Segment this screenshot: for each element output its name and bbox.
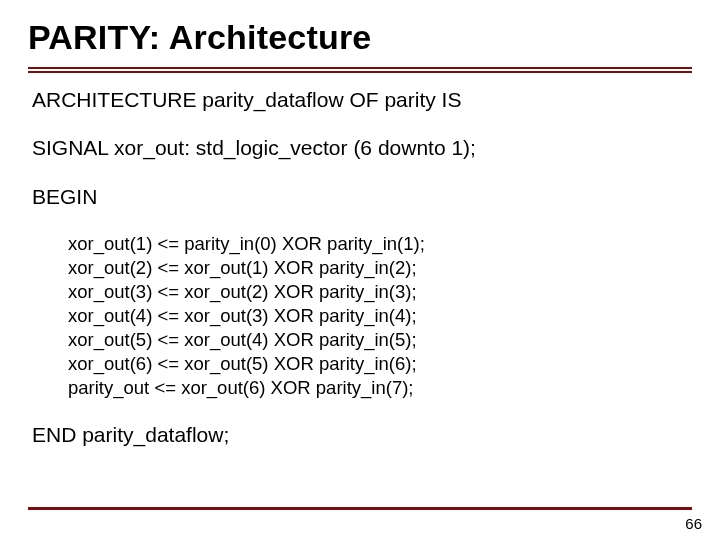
code-stmt: xor_out(4) <= xor_out(3) XOR parity_in(4… [68,304,688,328]
code-arch-decl: ARCHITECTURE parity_dataflow OF parity I… [32,87,688,113]
title-rule [0,67,720,73]
bottom-rule [28,507,692,510]
code-signal-decl: SIGNAL xor_out: std_logic_vector (6 down… [32,135,688,161]
code-stmt: xor_out(3) <= xor_out(2) XOR parity_in(3… [68,280,688,304]
slide-title: PARITY: Architecture [0,0,720,67]
slide: PARITY: Architecture ARCHITECTURE parity… [0,0,720,540]
code-stmt: xor_out(1) <= parity_in(0) XOR parity_in… [68,232,688,256]
code-stmt: xor_out(5) <= xor_out(4) XOR parity_in(5… [68,328,688,352]
code-stmt: xor_out(6) <= xor_out(5) XOR parity_in(6… [68,352,688,376]
code-statements: xor_out(1) <= parity_in(0) XOR parity_in… [32,232,688,400]
code-begin: BEGIN [32,184,688,210]
code-stmt: xor_out(2) <= xor_out(1) XOR parity_in(2… [68,256,688,280]
code-stmt: parity_out <= xor_out(6) XOR parity_in(7… [68,376,688,400]
page-number: 66 [685,515,702,532]
code-end: END parity_dataflow; [32,422,688,448]
slide-body: ARCHITECTURE parity_dataflow OF parity I… [0,73,720,448]
